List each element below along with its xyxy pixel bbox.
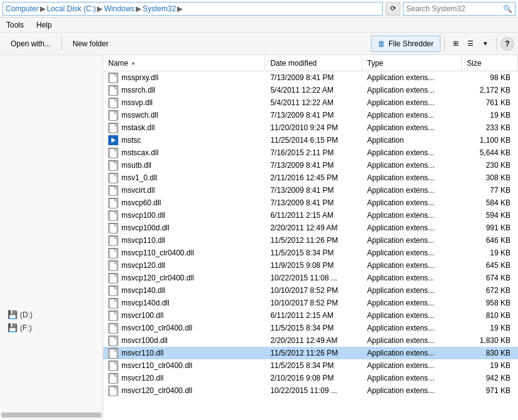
table-row[interactable]: msvcp100d.dll2/20/2011 12:49 AMApplicati… [103,222,518,234]
table-row[interactable]: msvcr100_clr0400.dll11/5/2015 8:34 PMApp… [103,322,518,334]
col-header-date[interactable]: Date modified [265,55,362,71]
file-type-cell: Application [362,134,462,146]
sidebar-item-drive-d[interactable]: 💾 (D:) [0,308,103,321]
file-date-cell: 11/5/2012 11:26 PM [265,347,362,359]
file-date-cell: 2/20/2011 12:49 AM [265,334,362,346]
refresh-button[interactable]: ⟳ [385,2,400,16]
table-row[interactable]: msvcr100d.dll2/20/2011 12:49 AMApplicati… [103,334,518,347]
file-name-text: msvcr120.dll [121,374,163,382]
file-name-text: mssrch.dll [121,86,155,95]
table-row[interactable]: msvcp110.dll11/5/2012 11:26 PMApplicatio… [103,234,518,247]
table-row[interactable]: msvcirt.dll7/13/2009 8:41 PMApplication … [103,184,518,197]
view-details-button[interactable]: ☰ [464,37,477,51]
new-folder-button[interactable]: New folder [66,36,115,52]
table-row[interactable]: msswch.dll7/13/2009 8:41 PMApplication e… [103,109,518,121]
view-large-icons-button[interactable]: ⊞ [449,37,462,51]
file-date-cell: 7/16/2015 2:11 PM [265,146,362,158]
table-row[interactable]: msv1_0.dll2/11/2016 12:45 PMApplication … [103,172,518,184]
table-row[interactable]: msvcp140d.dll10/10/2017 8:52 PMApplicati… [103,297,518,309]
table-row[interactable]: msutb.dll7/13/2009 8:41 PMApplication ex… [103,159,518,172]
table-row[interactable]: mstsc11/25/2014 6:15 PMApplication1,100 … [103,134,518,146]
main-layout: 💾 (D:) 💾 (F:) Name Date modified Type Si… [0,55,518,420]
address-path[interactable]: Computer ▶ Local Disk (C:) ▶ Windows ▶ S… [3,2,383,16]
table-row[interactable]: mssrch.dll5/4/2011 12:22 AMApplication e… [103,84,518,96]
table-row[interactable]: msvcp110_clr0400.dll11/5/2015 8:34 PMApp… [103,247,518,259]
left-panel-scroll[interactable]: 💾 (D:) 💾 (F:) [0,55,103,412]
file-name-cell: msvcr100d.dll [103,334,265,346]
file-type-cell: Application extens... [362,297,462,309]
file-name-cell: mstscax.dll [103,146,265,158]
menu-tools[interactable]: Tools [3,19,28,31]
svg-rect-54 [109,248,117,258]
table-row[interactable]: mssprxy.dll7/13/2009 8:41 PMApplication … [103,71,518,84]
sidebar-item-drive-f[interactable]: 💾 (F:) [0,321,103,334]
menu-help[interactable]: Help [33,19,56,31]
search-input[interactable] [406,4,503,13]
dll-file-icon [108,110,118,120]
breadcrumb-sep4: ▶ [177,4,183,13]
file-size-cell: 308 KB [462,172,518,183]
file-date-cell: 5/4/2011 12:22 AM [265,96,362,108]
shredder-icon: 🗑 [378,39,385,48]
svg-rect-46 [109,223,117,233]
file-type-cell: Application extens... [362,284,462,296]
svg-rect-74 [109,311,117,320]
dll-file-icon [108,173,118,183]
table-row[interactable]: msvcr110_clr0400.dll11/5/2015 8:34 PMApp… [103,359,518,372]
file-type-cell: Application extens... [362,184,462,196]
breadcrumb-windows[interactable]: Windows [104,4,135,13]
svg-rect-58 [109,261,117,270]
file-shredder-button[interactable]: 🗑 File Shredder [371,36,440,52]
dll-file-icon [108,248,118,258]
view-options-dropdown[interactable]: ▾ [479,37,492,51]
svg-rect-62 [109,274,117,283]
dll-file-icon [108,335,118,346]
file-date-cell: 10/22/2015 11:08 ... [265,272,362,284]
search-icon[interactable]: 🔍 [503,4,512,13]
dll-file-icon [108,235,118,245]
file-name-cell: msvcr100.dll [103,309,265,321]
file-type-cell: Application extens... [362,121,462,133]
file-type-cell: Application extens... [362,146,462,158]
table-row[interactable]: msvcr120_clr0400.dll10/22/2015 11:09 ...… [103,384,518,397]
dll-file-icon [108,310,118,320]
table-row[interactable]: msvcp60.dll7/13/2009 8:41 PMApplication … [103,197,518,209]
breadcrumb-localdisk[interactable]: Local Disk (C:) [47,4,96,13]
file-date-cell: 10/22/2015 11:09 ... [265,384,362,396]
col-header-name[interactable]: Name [103,55,265,71]
file-size-cell: 645 KB [462,259,518,271]
file-list[interactable]: mssprxy.dll7/13/2009 8:41 PMApplication … [103,71,518,420]
table-row[interactable]: mstscax.dll7/16/2015 2:11 PMApplication … [103,146,518,159]
left-panel: 💾 (D:) 💾 (F:) [0,55,103,420]
table-row[interactable]: msvcr100.dll6/11/2011 2:15 AMApplication… [103,309,518,322]
dll-file-icon [108,373,118,383]
table-row[interactable]: msvcp100.dll6/11/2011 2:15 AMApplication… [103,209,518,222]
col-header-type[interactable]: Type [362,55,462,71]
breadcrumb-system32[interactable]: System32 [143,4,176,13]
table-row[interactable]: mstask.dll11/20/2010 9:24 PMApplication … [103,121,518,134]
file-size-cell: 19 KB [462,109,518,121]
file-type-cell: Application extens... [362,259,462,271]
file-name-cell: msvcp120.dll [103,259,265,271]
dll-file-icon [108,361,118,371]
table-row[interactable]: mssvp.dll5/4/2011 12:22 AMApplication ex… [103,96,518,109]
svg-rect-4 [109,86,117,95]
breadcrumb-computer[interactable]: Computer [6,4,39,13]
table-row[interactable]: msvcr110.dll11/5/2012 11:26 PMApplicatio… [103,347,518,359]
table-row[interactable]: msvcr120.dll2/10/2016 9:08 PMApplication… [103,372,518,384]
toolbar-separator [61,37,62,51]
file-name-cell: msv1_0.dll [103,172,265,183]
table-row[interactable]: msvcp120.dll11/9/2015 9:08 PMApplication… [103,259,518,272]
table-row[interactable]: msvcp120_clr0400.dll10/22/2015 11:08 ...… [103,272,518,284]
file-date-cell: 7/13/2009 8:41 PM [265,197,362,208]
file-date-cell: 11/9/2015 9:08 PM [265,259,362,271]
file-size-cell: 5,644 KB [462,146,518,158]
file-size-cell: 646 KB [462,234,518,246]
open-with-button[interactable]: Open with... [4,36,58,52]
file-name-cell: msvcirt.dll [103,184,265,196]
file-name-text: msvcr100_clr0400.dll [121,324,192,332]
col-header-size[interactable]: Size [462,55,518,71]
help-button[interactable]: ? [500,37,514,51]
table-row[interactable]: msvcp140.dll10/10/2017 8:52 PMApplicatio… [103,284,518,297]
file-name-text: msvcr120_clr0400.dll [121,386,192,395]
